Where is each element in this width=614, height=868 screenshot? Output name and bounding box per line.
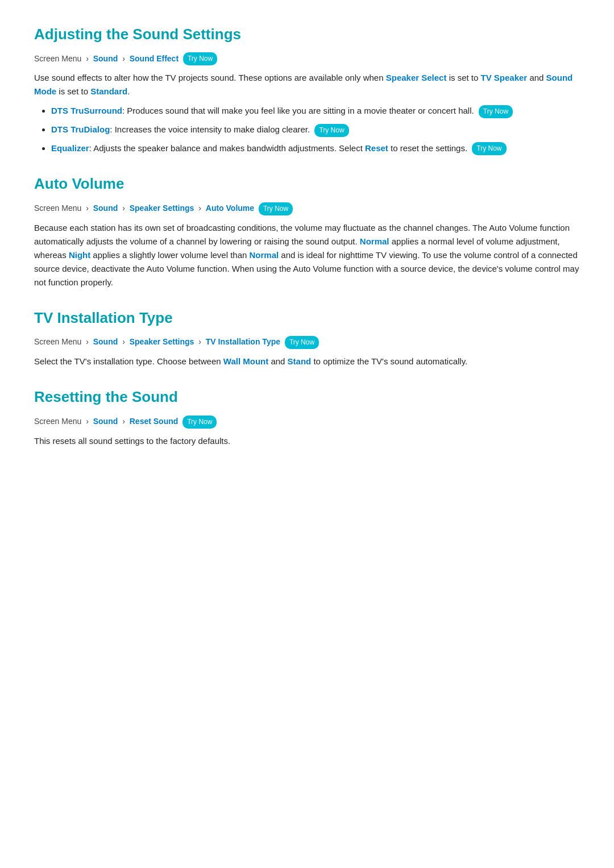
breadcrumb-adjusting-sound: Screen Menu › Sound › Sound Effect Try N… <box>34 52 580 66</box>
section-title-resetting-sound: Resetting the Sound <box>34 385 580 409</box>
try-now-badge-reset-sound[interactable]: Try Now <box>182 416 217 429</box>
breadcrumb-sep-8: › <box>198 337 201 346</box>
breadcrumb-link-speaker-settings-1[interactable]: Speaker Settings <box>130 203 194 213</box>
section-title-auto-volume: Auto Volume <box>34 172 580 196</box>
intro-text-adjusting-sound: Use sound effects to alter how the TV pr… <box>34 71 580 98</box>
try-now-badge-equalizer[interactable]: Try Now <box>472 142 506 155</box>
bullet-list-sound-effects: DTS TruSurround: Produces sound that wil… <box>51 104 580 155</box>
breadcrumb-auto-volume: Screen Menu › Sound › Speaker Settings ›… <box>34 202 580 215</box>
bullet-dts-trusurround: DTS TruSurround: Produces sound that wil… <box>51 104 580 118</box>
link-speaker-select[interactable]: Speaker Select <box>386 73 447 82</box>
breadcrumb-sep-3: › <box>86 203 89 213</box>
term-dts-trudialog: DTS TruDialog <box>51 124 110 134</box>
try-now-badge-dts-trusurround[interactable]: Try Now <box>479 105 513 118</box>
section-title-tv-installation: TV Installation Type <box>34 306 580 330</box>
body-text-resetting-sound: This resets all sound settings to the fa… <box>34 434 580 448</box>
bullet-equalizer: Equalizer: Adjusts the speaker balance a… <box>51 142 580 156</box>
section-tv-installation: TV Installation Type Screen Menu › Sound… <box>34 306 580 368</box>
link-normal-1[interactable]: Normal <box>360 236 389 246</box>
dts-trusurround-text: : Produces sound that will make you feel… <box>122 106 474 115</box>
breadcrumb-link-sound-2[interactable]: Sound <box>93 203 118 213</box>
term-equalizer: Equalizer <box>51 143 89 153</box>
body-text-auto-volume: Because each station has its own set of … <box>34 221 580 289</box>
try-now-badge-tv-installation[interactable]: Try Now <box>285 336 319 349</box>
breadcrumb-link-sound-3[interactable]: Sound <box>93 337 118 346</box>
breadcrumb-link-sound-effect[interactable]: Sound Effect <box>130 54 179 63</box>
breadcrumb-link-tv-installation-type[interactable]: TV Installation Type <box>206 337 280 346</box>
breadcrumb-resetting-sound: Screen Menu › Sound › Reset Sound Try No… <box>34 415 580 429</box>
link-wall-mount[interactable]: Wall Mount <box>223 356 268 366</box>
breadcrumb-sep-5: › <box>198 203 201 213</box>
breadcrumb-link-speaker-settings-2[interactable]: Speaker Settings <box>130 337 194 346</box>
link-tv-speaker[interactable]: TV Speaker <box>481 73 528 82</box>
try-now-badge-sound-effect[interactable]: Try Now <box>183 52 217 65</box>
breadcrumb-part-screen-menu-2: Screen Menu <box>34 203 81 213</box>
breadcrumb-sep-4: › <box>122 203 125 213</box>
section-title-adjusting-sound: Adjusting the Sound Settings <box>34 23 580 47</box>
breadcrumb-sep-6: › <box>86 337 89 346</box>
try-now-badge-auto-volume[interactable]: Try Now <box>259 202 293 215</box>
equalizer-text-2: to reset the settings. <box>388 143 467 153</box>
section-adjusting-sound: Adjusting the Sound Settings Screen Menu… <box>34 23 580 155</box>
breadcrumb-part-screen-menu: Screen Menu <box>34 54 81 63</box>
link-standard[interactable]: Standard <box>90 86 127 96</box>
breadcrumb-link-sound-4[interactable]: Sound <box>93 417 118 426</box>
try-now-badge-dts-trudialog[interactable]: Try Now <box>314 124 349 137</box>
section-resetting-sound: Resetting the Sound Screen Menu › Sound … <box>34 385 580 447</box>
breadcrumb-sep-7: › <box>122 337 125 346</box>
body-text-tv-installation: Select the TV's installation type. Choos… <box>34 355 580 368</box>
breadcrumb-tv-installation: Screen Menu › Sound › Speaker Settings ›… <box>34 335 580 349</box>
breadcrumb-part-screen-menu-3: Screen Menu <box>34 337 81 346</box>
link-night[interactable]: Night <box>69 250 90 260</box>
link-stand[interactable]: Stand <box>288 356 312 366</box>
term-dts-trusurround: DTS TruSurround <box>51 106 122 115</box>
link-reset-equalizer[interactable]: Reset <box>365 143 388 153</box>
equalizer-text: : Adjusts the speaker balance and makes … <box>89 143 365 153</box>
breadcrumb-sep-10: › <box>122 417 125 426</box>
bullet-dts-trudialog: DTS TruDialog: Increases the voice inten… <box>51 123 580 137</box>
breadcrumb-link-auto-volume[interactable]: Auto Volume <box>206 203 254 213</box>
breadcrumb-part-screen-menu-4: Screen Menu <box>34 417 81 426</box>
breadcrumb-link-sound-1[interactable]: Sound <box>93 54 118 63</box>
dts-trudialog-text: : Increases the voice intensity to make … <box>110 124 310 134</box>
link-normal-2[interactable]: Normal <box>250 250 279 260</box>
section-auto-volume: Auto Volume Screen Menu › Sound › Speake… <box>34 172 580 289</box>
breadcrumb-sep-9: › <box>86 417 89 426</box>
breadcrumb-link-reset-sound[interactable]: Reset Sound <box>130 417 179 426</box>
breadcrumb-sep-2: › <box>122 54 125 63</box>
breadcrumb-sep-1: › <box>86 54 89 63</box>
